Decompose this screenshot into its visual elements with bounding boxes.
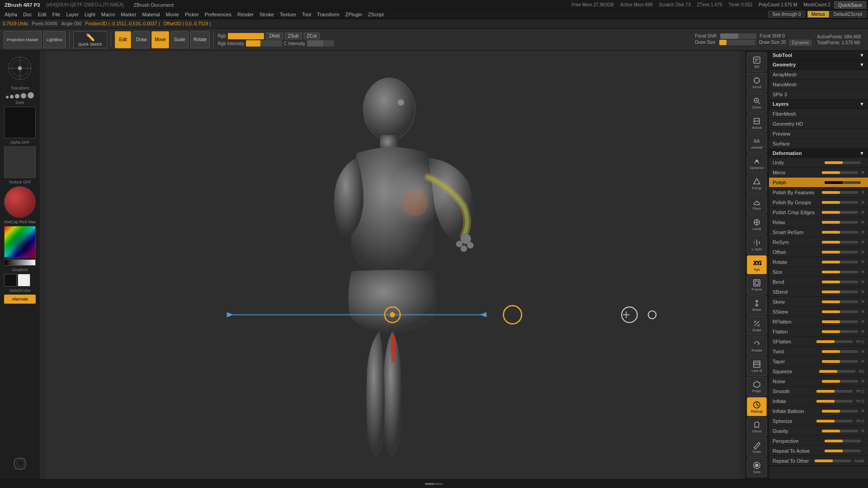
deformation-item-25[interactable]: Inflate BalloonR bbox=[769, 406, 868, 416]
deformation-slider-25[interactable] bbox=[822, 410, 858, 413]
deformation-item-18[interactable]: SFlattenRYZ bbox=[769, 337, 868, 347]
deformation-slider-10[interactable] bbox=[822, 261, 858, 263]
alternate-btn[interactable]: Alternate bbox=[4, 295, 36, 304]
deformation-item-22[interactable]: NoiseR bbox=[769, 376, 868, 386]
quick-sketch-btn[interactable]: ✏️ Quick Sketch bbox=[73, 31, 107, 48]
deformation-slider-16[interactable] bbox=[822, 320, 858, 323]
deformation-item-7[interactable]: Smart ReSymR bbox=[769, 227, 868, 237]
menu-stroke[interactable]: Stroke bbox=[257, 11, 277, 18]
menu-preferences[interactable]: Preferences bbox=[202, 11, 234, 18]
menu-macro[interactable]: Macro bbox=[99, 11, 118, 18]
deformation-slider-19[interactable] bbox=[822, 350, 858, 353]
deformation-item-28[interactable]: Perspective bbox=[769, 436, 868, 446]
deformation-slider-22[interactable] bbox=[822, 380, 858, 383]
focal-slider[interactable] bbox=[720, 33, 756, 39]
floor-btn[interactable]: Floor bbox=[747, 194, 767, 214]
zcut-btn[interactable]: ZCut bbox=[304, 33, 320, 39]
deformation-item-3[interactable]: Polish By FeaturesR bbox=[769, 188, 868, 197]
nanomesh-item[interactable]: NanoMesh bbox=[769, 80, 868, 89]
deformation-slider-5[interactable] bbox=[822, 211, 858, 214]
draw-btn[interactable]: Draw bbox=[133, 31, 150, 48]
deformation-item-4[interactable]: Polish By GroupsR bbox=[769, 197, 868, 207]
deformation-slider-27[interactable] bbox=[822, 430, 858, 432]
layers-header[interactable]: Layers ▼ bbox=[769, 99, 868, 108]
surface-item[interactable]: Surface bbox=[769, 139, 868, 149]
scale-btn[interactable]: Scale bbox=[171, 31, 189, 48]
menu-zplugin[interactable]: ZPlugin bbox=[343, 11, 365, 18]
transform-gizmo[interactable] bbox=[4, 52, 36, 84]
texture-preview[interactable] bbox=[4, 146, 36, 178]
menu-zscript[interactable]: ZScript bbox=[365, 11, 387, 18]
deformation-item-24[interactable]: InflateRYZ bbox=[769, 396, 868, 406]
c-intensity-slider[interactable] bbox=[307, 40, 334, 47]
default2script-btn[interactable]: DefaultZScript bbox=[830, 11, 866, 18]
bill-btn[interactable]: Bill bbox=[747, 52, 767, 72]
zoom-btn[interactable]: Zoom bbox=[747, 93, 767, 113]
deformation-item-12[interactable]: BendR bbox=[769, 277, 868, 287]
subtool-header[interactable]: SubTool ▼ bbox=[769, 51, 868, 60]
swatch-white[interactable] bbox=[18, 274, 30, 286]
rotate-icon-btn[interactable]: Rotate bbox=[747, 336, 767, 356]
deformation-slider-20[interactable] bbox=[822, 360, 858, 363]
deformation-slider-4[interactable] bbox=[822, 201, 858, 204]
deformation-item-23[interactable]: SmoothRYZ bbox=[769, 386, 868, 396]
canvas-area[interactable] bbox=[40, 51, 745, 479]
deformation-slider-11[interactable] bbox=[822, 271, 858, 273]
menus-btn[interactable]: Menus bbox=[807, 11, 829, 18]
menu-texture[interactable]: Texture bbox=[277, 11, 299, 18]
menu-marker[interactable]: Marker bbox=[118, 11, 139, 18]
raoup-btn[interactable]: RaOup bbox=[747, 397, 767, 417]
deformation-item-16[interactable]: RFlattenR bbox=[769, 317, 868, 327]
spix-item[interactable]: SPix 3 bbox=[769, 89, 868, 99]
deformation-slider-1[interactable] bbox=[822, 171, 858, 174]
aahalf-btn[interactable]: AA AAHalf bbox=[747, 133, 767, 153]
deformation-slider-29[interactable] bbox=[825, 450, 861, 452]
deformation-slider-15[interactable] bbox=[822, 310, 858, 313]
deformation-slider-26[interactable] bbox=[816, 420, 853, 422]
intensity-slider[interactable] bbox=[246, 40, 282, 47]
deformation-item-17[interactable]: FlattenR bbox=[769, 327, 868, 337]
geometry-top-header[interactable]: Geometry ▼ bbox=[769, 60, 868, 69]
deformation-item-1[interactable]: MirrorR bbox=[769, 168, 868, 178]
deformation-slider-6[interactable] bbox=[822, 221, 858, 224]
menu-edit[interactable]: Edit bbox=[35, 11, 49, 18]
menu-render[interactable]: Render bbox=[235, 11, 256, 18]
draw-icon-btn[interactable]: Draw bbox=[747, 437, 767, 457]
deformation-item-14[interactable]: SkewR bbox=[769, 297, 868, 307]
fibermesh-item[interactable]: FiberMesh bbox=[769, 109, 868, 119]
persp-btn[interactable]: Persp bbox=[747, 174, 767, 193]
zadd-btn[interactable]: ZAdd bbox=[266, 33, 283, 39]
preview-item[interactable]: Preview bbox=[769, 129, 868, 139]
actual-btn[interactable]: Actual bbox=[747, 113, 767, 133]
deformation-slider-24[interactable] bbox=[816, 400, 853, 403]
deformation-slider-14[interactable] bbox=[822, 300, 858, 303]
rgb-slider[interactable] bbox=[228, 33, 264, 39]
deformation-slider-28[interactable] bbox=[825, 440, 861, 442]
move-btn[interactable]: Move bbox=[151, 31, 169, 48]
edit-btn[interactable]: Edit bbox=[115, 31, 131, 48]
color-picker[interactable] bbox=[4, 226, 36, 258]
gradient-bar[interactable] bbox=[4, 259, 36, 266]
deformation-item-19[interactable]: TwistR bbox=[769, 347, 868, 357]
menu-doc[interactable]: Doc bbox=[20, 11, 35, 18]
menu-alpha[interactable]: Alpha bbox=[2, 11, 20, 18]
dynamic-btn[interactable]: Dynamic bbox=[747, 154, 767, 173]
deformation-item-8[interactable]: ReSymR bbox=[769, 237, 868, 247]
deformation-item-0[interactable]: Unify bbox=[769, 158, 868, 168]
deformation-slider-8[interactable] bbox=[822, 241, 858, 244]
deformation-slider-2[interactable] bbox=[825, 181, 861, 184]
lsym-btn[interactable]: L.Sym bbox=[747, 235, 767, 254]
menu-movie[interactable]: Movie bbox=[163, 11, 182, 18]
deformation-slider-12[interactable] bbox=[822, 281, 858, 283]
scale-icon-btn[interactable]: Scale bbox=[747, 316, 767, 335]
deformation-slider-17[interactable] bbox=[822, 330, 858, 333]
ghost-btn[interactable]: Ghost bbox=[747, 417, 767, 436]
xyz-btn[interactable]: XYZ Xyz bbox=[747, 255, 767, 275]
move-icon-btn[interactable]: Move bbox=[747, 296, 767, 315]
menu-picker[interactable]: Picker bbox=[182, 11, 202, 18]
menu-tool[interactable]: Tool bbox=[299, 11, 314, 18]
lineill-btn[interactable]: Line Ill bbox=[747, 357, 767, 376]
local-btn[interactable]: Local bbox=[747, 215, 767, 234]
menu-light[interactable]: Light bbox=[82, 11, 98, 18]
deformation-item-21[interactable]: SqueezeRZ bbox=[769, 366, 868, 376]
